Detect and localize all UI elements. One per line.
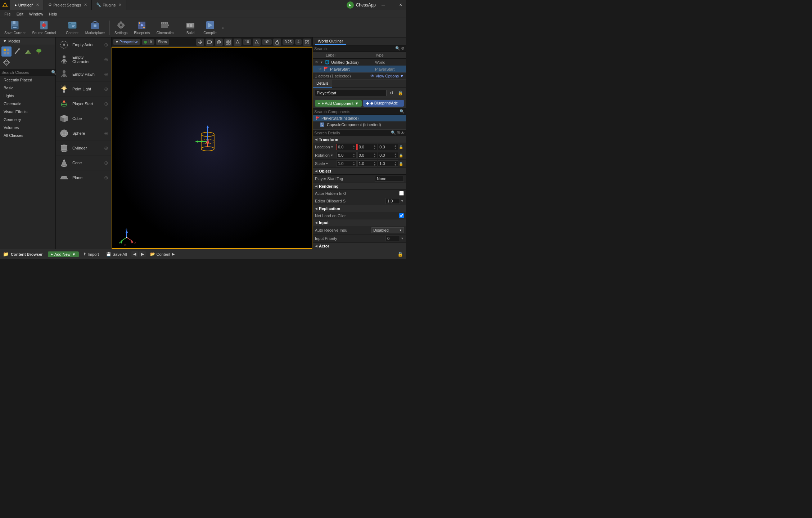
add-new-btn[interactable]: + Add New ▼ bbox=[48, 251, 79, 257]
category-cinematic[interactable]: Cinematic bbox=[0, 100, 55, 108]
save-all-btn[interactable]: 💾 Save All bbox=[103, 251, 130, 257]
mode-foliage[interactable] bbox=[34, 46, 44, 57]
details-reset-btn[interactable]: ↺ bbox=[388, 89, 395, 97]
category-lights[interactable]: Lights bbox=[0, 92, 55, 100]
location-y-input[interactable]: 0.0 ▲▼ bbox=[357, 144, 378, 150]
tab-close[interactable]: ✕ bbox=[118, 3, 122, 7]
vp-grid-size-btn[interactable]: 10 bbox=[243, 39, 251, 45]
place-empty-actor[interactable]: Empty Actor ⊕ bbox=[56, 37, 111, 52]
place-empty-pawn[interactable]: Empty Pawn ⊕ bbox=[56, 67, 111, 82]
category-volumes[interactable]: Volumes bbox=[0, 124, 55, 131]
rotation-y-input[interactable]: 0.0 ▲▼ bbox=[357, 152, 378, 158]
component-capsule[interactable]: C CapsuleComponent (Inherited) bbox=[313, 121, 406, 128]
vp-translate-btn[interactable] bbox=[196, 39, 204, 46]
mode-landscape[interactable] bbox=[23, 46, 33, 57]
mode-mesh[interactable] bbox=[1, 57, 12, 67]
back-btn[interactable]: ◀ bbox=[131, 251, 138, 257]
vp-show-btn[interactable]: Show bbox=[156, 39, 169, 45]
vp-snap-btn[interactable] bbox=[253, 39, 261, 46]
menu-file[interactable]: File bbox=[1, 11, 14, 17]
details-lock-btn[interactable]: 🔒 bbox=[397, 89, 404, 97]
view-options-btn[interactable]: 👁 View Options ▼ bbox=[370, 74, 404, 78]
scale-x-input[interactable]: 1.0 ▲▼ bbox=[337, 160, 357, 167]
toolbar-settings[interactable]: Settings bbox=[112, 19, 130, 37]
toolbar-blueprints[interactable]: Blueprints bbox=[131, 19, 153, 37]
tab-details[interactable]: Details bbox=[313, 80, 332, 88]
close-button[interactable]: ✕ bbox=[397, 2, 405, 8]
outliner-search-input[interactable] bbox=[314, 46, 395, 51]
toolbar-marketplace[interactable]: Marketplace bbox=[82, 19, 108, 37]
location-z-input[interactable]: 0.0 ▲▼ bbox=[378, 144, 398, 150]
menu-help[interactable]: Help bbox=[46, 11, 60, 17]
lock-icon[interactable]: 🔒 bbox=[397, 251, 403, 257]
search-classes-input[interactable] bbox=[1, 70, 51, 75]
mode-place[interactable] bbox=[1, 46, 12, 57]
place-player-start[interactable]: Player Start ⊕ bbox=[56, 97, 111, 111]
vp-num-btn[interactable]: 4 bbox=[295, 39, 302, 45]
input-section-header[interactable]: ◀ Input bbox=[313, 219, 406, 226]
toolbar-content[interactable]: Content bbox=[63, 19, 82, 37]
place-cube[interactable]: Cube ⊕ bbox=[56, 111, 111, 126]
rotation-lock-icon[interactable]: 🔒 bbox=[398, 152, 404, 158]
forward-btn[interactable]: ▶ bbox=[139, 251, 146, 257]
add-component-btn[interactable]: + + Add Component ▼ bbox=[315, 100, 362, 107]
detail-col-icon[interactable]: ⊞ bbox=[397, 130, 400, 135]
place-cylinder[interactable]: Cylinder ⊕ bbox=[56, 141, 111, 156]
import-btn[interactable]: ⬆ Import bbox=[80, 251, 102, 257]
rotation-z-input[interactable]: 0.0 ▲▼ bbox=[378, 152, 398, 158]
tab-world-outliner[interactable]: World Outliner bbox=[315, 38, 346, 45]
input-priority-arrow[interactable]: ▼ bbox=[401, 237, 404, 240]
vp-camera-speed-btn[interactable]: 0.25 bbox=[283, 39, 294, 45]
place-cone[interactable]: Cone ⊕ bbox=[56, 156, 111, 170]
object-section-header[interactable]: ◀ Object bbox=[313, 168, 406, 175]
vp-perspective-btn[interactable]: ▼ Perspective bbox=[113, 39, 140, 45]
scale-z-input[interactable]: 1.0 ▲▼ bbox=[378, 160, 398, 167]
mode-paint[interactable] bbox=[12, 46, 22, 57]
menu-edit[interactable]: Edit bbox=[14, 11, 26, 17]
category-visual-effects[interactable]: Visual Effects bbox=[0, 108, 55, 116]
vp-lit-btn[interactable]: Lit bbox=[142, 39, 154, 45]
net-load-checkbox[interactable] bbox=[399, 213, 404, 218]
tab-project-settings[interactable]: ⚙ Project Settings ✕ bbox=[44, 0, 92, 10]
search-details-input[interactable] bbox=[314, 131, 391, 135]
outliner-item-world[interactable]: 👁 ▼ 🌐 Untitled (Editor) World bbox=[313, 59, 406, 66]
actor-section-header[interactable]: ◀ Actor bbox=[313, 243, 406, 249]
place-sphere[interactable]: Sphere ⊕ bbox=[56, 126, 111, 141]
outliner-item-playerstart[interactable]: 👁 🚩 PlayerStart PlayerStart bbox=[313, 66, 406, 72]
toolbar-source-control[interactable]: Source Control bbox=[29, 19, 59, 37]
blueprint-btn[interactable]: ◆ ◆ Blueprint/Adc bbox=[363, 100, 404, 107]
transform-section-header[interactable]: ◀ Transform bbox=[313, 136, 406, 143]
menu-window[interactable]: Window bbox=[26, 11, 46, 17]
tab-close[interactable]: ✕ bbox=[36, 3, 39, 7]
place-empty-character[interactable]: Empty Character ⊕ bbox=[56, 52, 111, 67]
vp-maximize-btn[interactable] bbox=[303, 39, 311, 46]
auto-receive-dropdown[interactable]: Disabled ▼ bbox=[371, 227, 404, 233]
3d-viewport[interactable]: X Z Y ✕ bbox=[112, 47, 312, 249]
details-name-input[interactable] bbox=[315, 90, 387, 96]
minimize-button[interactable]: — bbox=[379, 2, 387, 8]
replication-section-header[interactable]: ◀ Replication bbox=[313, 205, 406, 212]
toolbar-save-current[interactable]: Save Current bbox=[1, 19, 28, 37]
category-all-classes[interactable]: All Classes bbox=[0, 131, 55, 139]
category-geometry[interactable]: Geometry bbox=[0, 116, 55, 124]
toolbar-build[interactable]: Build bbox=[181, 19, 200, 37]
toolbar-cinematics[interactable]: Cinematics bbox=[154, 19, 177, 37]
location-lock-icon[interactable]: 🔒 bbox=[398, 144, 404, 150]
actor-hidden-checkbox[interactable] bbox=[399, 191, 404, 196]
detail-eye-icon[interactable]: 👁 bbox=[401, 131, 405, 135]
outliner-options-icon[interactable]: ⚙ bbox=[401, 46, 405, 51]
search-components-input[interactable] bbox=[314, 110, 400, 114]
place-plane[interactable]: Plane ⊕ bbox=[56, 170, 111, 185]
editor-billboard-arrow[interactable]: ▼ bbox=[401, 199, 404, 203]
tab-untitled[interactable]: ● Untitled* ✕ bbox=[10, 0, 44, 10]
rendering-section-header[interactable]: ◀ Rendering bbox=[313, 183, 406, 190]
toolbar-more[interactable]: » bbox=[220, 26, 225, 30]
maximize-button[interactable]: □ bbox=[388, 2, 396, 8]
vp-triangle-btn[interactable] bbox=[234, 39, 242, 46]
vp-angle-btn[interactable]: 10° bbox=[262, 39, 272, 45]
toolbar-compile[interactable]: Compile bbox=[200, 19, 220, 37]
location-x-input[interactable]: 0.0 ▲▼ bbox=[337, 144, 357, 150]
vp-globe-btn[interactable] bbox=[215, 39, 223, 46]
vp-lock-btn[interactable] bbox=[273, 39, 281, 46]
component-playerstart[interactable]: 🚩 PlayerStart(Instance) bbox=[313, 115, 406, 121]
